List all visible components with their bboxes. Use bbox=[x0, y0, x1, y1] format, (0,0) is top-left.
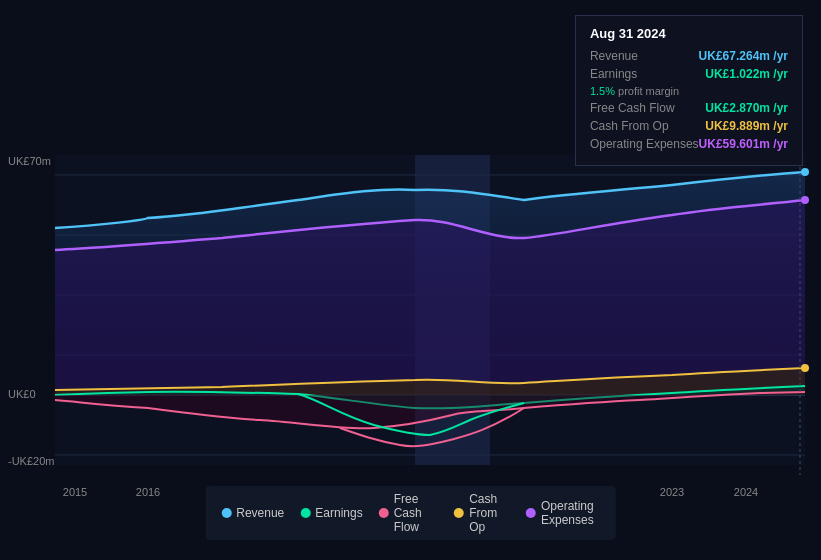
legend-revenue-dot bbox=[221, 508, 231, 518]
legend-fcf-dot bbox=[379, 508, 389, 518]
chart-container: Aug 31 2024 Revenue UK£67.264m /yr Earni… bbox=[0, 0, 821, 560]
revenue-row: Revenue UK£67.264m /yr bbox=[590, 49, 788, 63]
legend-earnings-dot bbox=[300, 508, 310, 518]
chart-legend: Revenue Earnings Free Cash Flow Cash Fro… bbox=[205, 486, 616, 540]
x-label-2023: 2023 bbox=[660, 486, 684, 498]
cashfromop-row: Cash From Op UK£9.889m /yr bbox=[590, 119, 788, 133]
fcf-label: Free Cash Flow bbox=[590, 101, 675, 115]
x-label-2016: 2016 bbox=[136, 486, 160, 498]
earnings-value: UK£1.022m /yr bbox=[705, 67, 788, 81]
profit-margin-value: 1.5% bbox=[590, 85, 615, 97]
opex-label: Operating Expenses bbox=[590, 137, 699, 151]
svg-point-11 bbox=[801, 364, 809, 372]
y-label-neg20m: -UK£20m bbox=[8, 455, 54, 467]
fcf-row: Free Cash Flow UK£2.870m /yr bbox=[590, 101, 788, 115]
legend-revenue-label: Revenue bbox=[236, 506, 284, 520]
x-label-2015: 2015 bbox=[63, 486, 87, 498]
legend-opex-dot bbox=[526, 508, 536, 518]
legend-fcf-label: Free Cash Flow bbox=[394, 492, 438, 534]
opex-value: UK£59.601m /yr bbox=[699, 137, 788, 151]
cashfromop-value: UK£9.889m /yr bbox=[705, 119, 788, 133]
revenue-value: UK£67.264m /yr bbox=[699, 49, 788, 63]
legend-cashfromop: Cash From Op bbox=[454, 492, 510, 534]
earnings-row: Earnings UK£1.022m /yr bbox=[590, 67, 788, 81]
cashfromop-label: Cash From Op bbox=[590, 119, 669, 133]
legend-opex: Operating Expenses bbox=[526, 499, 600, 527]
fcf-value: UK£2.870m /yr bbox=[705, 101, 788, 115]
earnings-label: Earnings bbox=[590, 67, 637, 81]
y-label-0: UK£0 bbox=[8, 388, 36, 400]
svg-point-10 bbox=[801, 196, 809, 204]
legend-cashfromop-label: Cash From Op bbox=[469, 492, 510, 534]
legend-opex-label: Operating Expenses bbox=[541, 499, 600, 527]
legend-revenue: Revenue bbox=[221, 506, 284, 520]
x-label-2024: 2024 bbox=[734, 486, 758, 498]
legend-earnings-label: Earnings bbox=[315, 506, 362, 520]
legend-fcf: Free Cash Flow bbox=[379, 492, 438, 534]
profit-margin-sub: 1.5% profit margin bbox=[590, 85, 788, 97]
tooltip-panel: Aug 31 2024 Revenue UK£67.264m /yr Earni… bbox=[575, 15, 803, 166]
legend-cashfromop-dot bbox=[454, 508, 464, 518]
legend-earnings: Earnings bbox=[300, 506, 362, 520]
tooltip-date: Aug 31 2024 bbox=[590, 26, 788, 41]
revenue-label: Revenue bbox=[590, 49, 638, 63]
opex-row: Operating Expenses UK£59.601m /yr bbox=[590, 137, 788, 151]
svg-point-9 bbox=[801, 168, 809, 176]
y-label-70m: UK£70m bbox=[8, 155, 51, 167]
